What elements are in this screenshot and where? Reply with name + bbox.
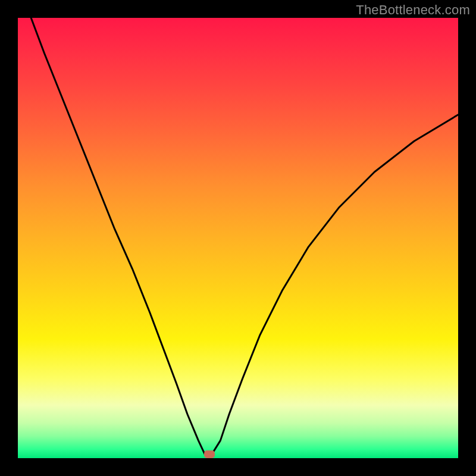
bottleneck-curve bbox=[18, 18, 458, 458]
minimum-marker bbox=[204, 450, 215, 458]
watermark-text: TheBottleneck.com bbox=[356, 2, 470, 18]
chart-frame: TheBottleneck.com bbox=[0, 0, 476, 476]
